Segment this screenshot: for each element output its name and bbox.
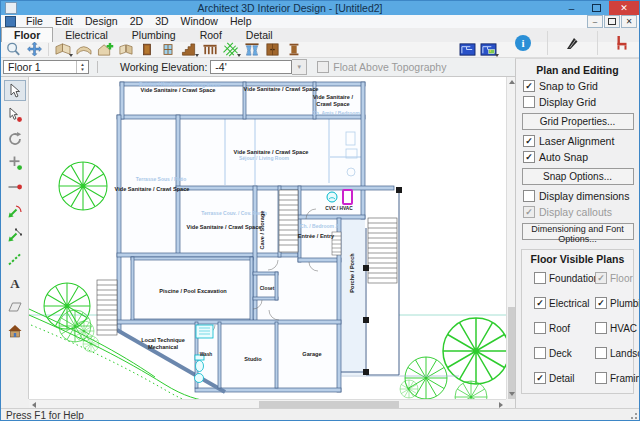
- menu-3d[interactable]: 3D: [149, 15, 174, 28]
- furniture-button[interactable]: [611, 36, 632, 51]
- horizontal-scroll-thumb[interactable]: [259, 401, 399, 408]
- add-point-tool-button[interactable]: [4, 152, 26, 173]
- railing-tool-button[interactable]: [199, 42, 220, 57]
- deck-tool-button[interactable]: [220, 42, 241, 57]
- plan-framing-checkbox[interactable]: Framing: [595, 372, 639, 384]
- column-tool-button[interactable]: [283, 42, 304, 57]
- door-tool-button[interactable]: [136, 42, 157, 57]
- wall-tool-button[interactable]: [52, 42, 73, 57]
- floor-selector-value: Floor 1: [8, 61, 41, 73]
- annotation-pen-button[interactable]: [562, 36, 583, 51]
- drawing-canvas[interactable]: Cuisine / Kitchen Dining Room Séjour / L…: [29, 77, 506, 399]
- checkbox-box: ✓: [523, 151, 535, 163]
- maximize-icon: [592, 4, 601, 12]
- view-3d-tool-button[interactable]: [4, 320, 26, 341]
- checkbox-box: [595, 372, 607, 384]
- stairs-center[interactable]: [279, 190, 298, 252]
- panel-tool-button[interactable]: [4, 296, 26, 317]
- close-icon: ✕: [620, 3, 628, 13]
- select-tool-button[interactable]: [4, 80, 26, 101]
- vertical-scrollbar[interactable]: [506, 77, 515, 399]
- plan-alt-view-button[interactable]: [478, 42, 499, 57]
- stairs-porch[interactable]: [368, 218, 397, 283]
- tab-roof[interactable]: Roof: [188, 28, 234, 42]
- mdi-restore-button[interactable]: [604, 15, 620, 28]
- mdi-close-button[interactable]: ✕: [621, 15, 637, 28]
- open-wall-icon: [116, 42, 135, 57]
- cabinet-tool-button[interactable]: [262, 42, 283, 57]
- snap-to-grid-checkbox[interactable]: ✓ Snap to Grid: [523, 80, 639, 92]
- svg-text:Vide Sanitaire / Crawl Space: Vide Sanitaire / Crawl Space: [244, 86, 319, 92]
- curved-wall-tool-button[interactable]: [73, 42, 94, 57]
- menu-design[interactable]: Design: [79, 15, 124, 28]
- plan-electrical-checkbox[interactable]: ✓ Electrical: [534, 297, 588, 309]
- tab-floor[interactable]: Floor: [1, 27, 53, 42]
- cursor-arrow-dot-icon: [7, 107, 23, 123]
- working-elevation-input[interactable]: -4': [210, 60, 292, 74]
- info-button[interactable]: i: [513, 36, 534, 51]
- rotate-tool-button[interactable]: [4, 128, 26, 149]
- right-tool-strip: i: [506, 28, 639, 58]
- remove-point-tool-button[interactable]: [4, 176, 26, 197]
- display-grid-checkbox[interactable]: Display Grid: [523, 96, 639, 108]
- floor-selector[interactable]: Floor 1 ▲▼: [3, 60, 89, 74]
- floor-spinner[interactable]: ▲▼: [76, 61, 88, 73]
- svg-text:Séjour / Living Room: Séjour / Living Room: [239, 155, 290, 161]
- zoom-tool-button[interactable]: [3, 42, 24, 57]
- display-dimensions-checkbox[interactable]: Display dimensions: [523, 190, 639, 202]
- plan-hvac-checkbox[interactable]: HVAC: [595, 322, 639, 334]
- snap-options-button[interactable]: Snap Options...: [522, 168, 634, 185]
- document-icon[interactable]: [5, 16, 16, 27]
- minimize-button[interactable]: –: [559, 1, 584, 15]
- plan-landscape-checkbox[interactable]: Landscape: [595, 347, 639, 359]
- grid-properties-button[interactable]: Grid Properties...: [522, 113, 634, 130]
- plan-view-button[interactable]: [457, 42, 478, 57]
- status-bar: Press F1 for Help: [1, 408, 639, 421]
- tab-detail[interactable]: Detail: [234, 28, 285, 42]
- menu-edit[interactable]: Edit: [49, 15, 79, 28]
- floor-plan[interactable]: Cuisine / Kitchen Dining Room Séjour / L…: [29, 77, 506, 399]
- svg-text:Vide Sanitaire / Crawl Space: Vide Sanitaire / Crawl Space: [141, 87, 216, 93]
- maximize-button[interactable]: [584, 1, 609, 15]
- laser-alignment-checkbox[interactable]: ✓ Laser Alignment: [523, 135, 639, 147]
- resize-grip-icon[interactable]: [628, 410, 638, 420]
- edit-segment-tool-button[interactable]: [4, 224, 26, 245]
- auto-snap-checkbox[interactable]: ✓ Auto Snap: [523, 151, 639, 163]
- window-title: Architect 3D Interior Design - [Untitled…: [21, 1, 559, 15]
- svg-text:Wash: Wash: [200, 352, 213, 357]
- plan-foundation-checkbox[interactable]: Foundation: [534, 272, 588, 284]
- window-tool-button[interactable]: [157, 42, 178, 57]
- svg-text:Crawl Space: Crawl Space: [316, 101, 349, 107]
- stairs-basement[interactable]: [97, 280, 117, 335]
- mdi-close-icon: ✕: [626, 17, 633, 26]
- close-button[interactable]: ✕: [609, 1, 639, 15]
- plan-detail-checkbox[interactable]: ✓ Detail: [534, 372, 588, 384]
- text-tool-button[interactable]: A: [4, 272, 26, 293]
- add-floor-tool-button[interactable]: [94, 42, 115, 57]
- direct-select-tool-button[interactable]: [4, 104, 26, 125]
- menu-window[interactable]: Window: [175, 15, 224, 28]
- menu-2d[interactable]: 2D: [124, 15, 149, 28]
- checkbox-box: [595, 347, 607, 359]
- horizontal-scrollbar[interactable]: [29, 399, 506, 408]
- svg-text:Terrasse Couv. / Cov. Porch: Terrasse Couv. / Cov. Porch: [201, 210, 267, 216]
- spin-down-icon: ▼: [80, 67, 84, 72]
- plan-roof-checkbox[interactable]: Roof: [534, 322, 588, 334]
- mdi-restore-icon: [608, 18, 616, 25]
- pan-tool-button[interactable]: [24, 42, 45, 57]
- menu-help[interactable]: Help: [224, 15, 258, 28]
- dimensioning-font-options-button[interactable]: Dimensioning and Font Options...: [522, 223, 634, 240]
- railing-icon: [201, 42, 219, 57]
- dashed-green-line-icon: [7, 251, 23, 267]
- landscape-line-tool-button[interactable]: [4, 248, 26, 269]
- stairs-tool-button[interactable]: [178, 42, 199, 57]
- plan-plumbing-checkbox[interactable]: ✓ Plumbing: [595, 297, 639, 309]
- open-wall-tool-button[interactable]: [115, 42, 136, 57]
- mdi-minimize-button[interactable]: –: [587, 15, 603, 28]
- tab-electrical[interactable]: Electrical: [53, 28, 120, 42]
- curtain-tool-button[interactable]: [241, 42, 262, 57]
- plan-deck-checkbox[interactable]: Deck: [534, 347, 588, 359]
- porch-floor[interactable]: [341, 218, 365, 375]
- tab-plumbing[interactable]: Plumbing: [120, 28, 188, 42]
- edit-curve-tool-button[interactable]: [4, 200, 26, 221]
